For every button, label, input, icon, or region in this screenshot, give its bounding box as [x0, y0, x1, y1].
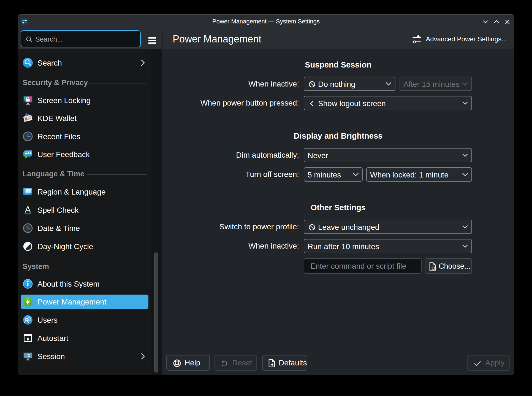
svg-text:A: A [25, 205, 31, 214]
